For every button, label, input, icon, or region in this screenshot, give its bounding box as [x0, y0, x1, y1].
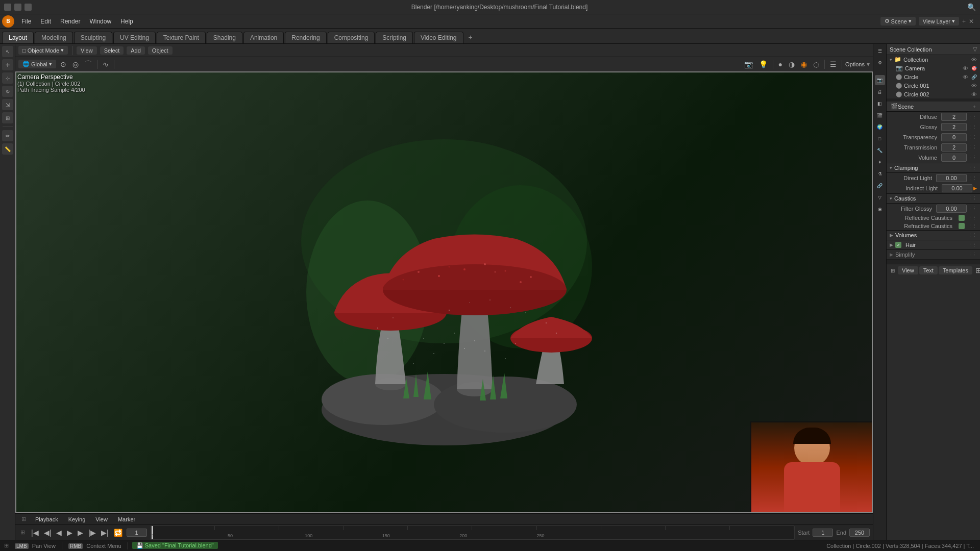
- tab-video-editing[interactable]: Video Editing: [414, 32, 463, 43]
- scene-plus-icon[interactable]: +: [973, 104, 976, 110]
- jump-prev-keyframe-button[interactable]: ◀|: [43, 529, 53, 537]
- tool-measure[interactable]: 📏: [2, 143, 13, 155]
- view-layer-selector[interactable]: View Layer ▾: [919, 17, 959, 26]
- window-maximize[interactable]: [14, 4, 21, 11]
- outliner-icon[interactable]: ☰: [875, 46, 885, 56]
- view-tab[interactable]: View: [898, 266, 918, 274]
- select-menu[interactable]: Select: [100, 46, 124, 55]
- eye-icon-4[interactable]: 👁: [971, 91, 977, 97]
- filter-glossy-value[interactable]: [936, 205, 967, 213]
- render-mode-material[interactable]: ◑: [787, 59, 797, 69]
- tool-transform[interactable]: ⊞: [2, 112, 13, 123]
- material-props-icon[interactable]: ◉: [875, 204, 885, 214]
- simplify-section-header[interactable]: ▶ Simplify ⋮⋮: [887, 250, 980, 260]
- object-menu[interactable]: Object: [148, 46, 173, 55]
- transmission-drag[interactable]: ⋮⋮: [968, 145, 977, 150]
- collection-item-0[interactable]: ▾ 📁 Collection 👁: [887, 55, 980, 64]
- collection-item-3[interactable]: ⬤ Circle.001 👁: [887, 81, 980, 90]
- tab-scripting[interactable]: Scripting: [376, 32, 413, 43]
- window-minimize[interactable]: [4, 4, 11, 11]
- start-frame-input[interactable]: 1: [813, 529, 833, 537]
- eye-icon-1[interactable]: 👁: [963, 65, 968, 71]
- mode-selector[interactable]: □ Object Mode ▾: [18, 46, 68, 55]
- indirect-light-drag[interactable]: ▶: [973, 186, 977, 191]
- tool-scale[interactable]: ⇲: [2, 99, 13, 110]
- object-props-icon[interactable]: □: [875, 134, 885, 144]
- clamping-section-header[interactable]: ▾ Clamping ⋮⋮: [887, 163, 980, 173]
- camera-icon[interactable]: 📷: [742, 59, 755, 69]
- tab-uv-editing[interactable]: UV Editing: [113, 32, 156, 43]
- filter-icon[interactable]: ▽: [973, 46, 977, 53]
- eye-icon-3[interactable]: 👁: [971, 83, 977, 89]
- transform-selector[interactable]: 🌐 Global ▾: [18, 60, 56, 68]
- glossy-drag[interactable]: ⋮⋮: [968, 124, 977, 130]
- proportional-icon[interactable]: ◎: [70, 59, 81, 69]
- diffuse-value[interactable]: [941, 113, 967, 121]
- collection-item-4[interactable]: ⬤ Circle.002 👁: [887, 90, 980, 98]
- volume-value[interactable]: [941, 154, 967, 162]
- collection-item-2[interactable]: ⬤ Circle 👁 🔗: [887, 72, 980, 81]
- view-menu-timeline[interactable]: View: [92, 516, 111, 523]
- proportional-falloff[interactable]: ⌒: [83, 59, 94, 70]
- glossy-value[interactable]: [941, 123, 967, 131]
- particles-props-icon[interactable]: ✦: [875, 157, 885, 167]
- hair-section-header[interactable]: ▶ ✓ Hair ⋮⋮: [887, 240, 980, 250]
- eye-icon-0[interactable]: 👁: [971, 57, 977, 63]
- diffuse-drag[interactable]: ⋮⋮: [968, 114, 977, 119]
- jump-start-button[interactable]: |◀: [30, 529, 40, 537]
- playback-menu[interactable]: Playback: [32, 516, 61, 523]
- text-tab[interactable]: Text: [919, 266, 938, 274]
- title-bar-controls[interactable]: [4, 4, 32, 11]
- collection-item-1[interactable]: 📷 Camera 👁 🎯: [887, 64, 980, 72]
- render-mode-rendered[interactable]: ◉: [799, 59, 809, 69]
- caustics-section-header[interactable]: ▾ Caustics ⋮⋮: [887, 194, 980, 204]
- eye-icon-2[interactable]: 👁: [963, 74, 968, 80]
- tool-annotate[interactable]: ✏: [2, 130, 13, 141]
- constraints-props-icon[interactable]: 🔗: [875, 181, 885, 191]
- current-frame-input[interactable]: 1: [127, 529, 147, 537]
- tab-layout[interactable]: Layout: [2, 32, 34, 43]
- step-back-button[interactable]: ◀: [55, 529, 63, 537]
- transmission-value[interactable]: [941, 143, 967, 152]
- view-layer-props-icon[interactable]: ◧: [875, 98, 885, 109]
- snap-icon[interactable]: ⊙: [58, 59, 68, 69]
- hair-checkbox[interactable]: ✓: [895, 242, 901, 248]
- render-mode-wireframe[interactable]: ◌: [811, 59, 821, 69]
- menu-edit[interactable]: Edit: [36, 17, 55, 26]
- modifier-props-icon[interactable]: 🔧: [875, 145, 885, 156]
- tab-modeling[interactable]: Modeling: [35, 32, 73, 43]
- data-props-icon[interactable]: ▽: [875, 192, 885, 203]
- end-frame-input[interactable]: 250: [849, 529, 870, 537]
- light-icon[interactable]: 💡: [757, 59, 770, 69]
- volume-drag[interactable]: ⋮⋮: [968, 155, 977, 160]
- 3d-viewport[interactable]: Camera Perspective (1) Collection | Circ…: [15, 71, 873, 513]
- render-props-icon[interactable]: 📷: [875, 75, 885, 85]
- tab-sculpting[interactable]: Sculpting: [74, 32, 112, 43]
- physics-props-icon[interactable]: ⚗: [875, 169, 885, 179]
- timeline-collapse[interactable]: ⊞: [18, 528, 27, 537]
- filter-glossy-drag[interactable]: ⋮⋮: [968, 206, 977, 211]
- curve-icon[interactable]: ∿: [101, 59, 111, 69]
- tab-animation[interactable]: Animation: [243, 32, 284, 43]
- refractive-caustics-checkbox[interactable]: [959, 223, 965, 229]
- tool-cursor[interactable]: ✛: [2, 59, 13, 70]
- window-close[interactable]: [24, 4, 32, 11]
- menu-file[interactable]: File: [17, 17, 35, 26]
- search-icon[interactable]: 🔍: [967, 3, 976, 11]
- loop-toggle[interactable]: 🔁: [113, 529, 124, 537]
- view-menu[interactable]: View: [77, 46, 97, 55]
- world-props-icon[interactable]: 🌍: [875, 122, 885, 132]
- step-forward-button[interactable]: ▶: [77, 529, 84, 537]
- direct-light-value[interactable]: [936, 174, 967, 182]
- properties-icon[interactable]: ⚙: [875, 58, 885, 68]
- scene-props-icon[interactable]: 🎬: [875, 110, 885, 120]
- view-layer-remove[interactable]: ✕: [969, 18, 974, 25]
- tab-shading[interactable]: Shading: [207, 32, 242, 43]
- viewport-options[interactable]: ☰: [828, 59, 839, 69]
- volumes-section-header[interactable]: ▶ Volumes ⋮⋮: [887, 231, 980, 240]
- menu-render[interactable]: Render: [56, 17, 84, 26]
- indirect-light-value[interactable]: [942, 184, 972, 192]
- transparency-value[interactable]: [941, 133, 967, 141]
- menu-window[interactable]: Window: [85, 17, 115, 26]
- view-panel-settings[interactable]: ⊞: [973, 265, 980, 276]
